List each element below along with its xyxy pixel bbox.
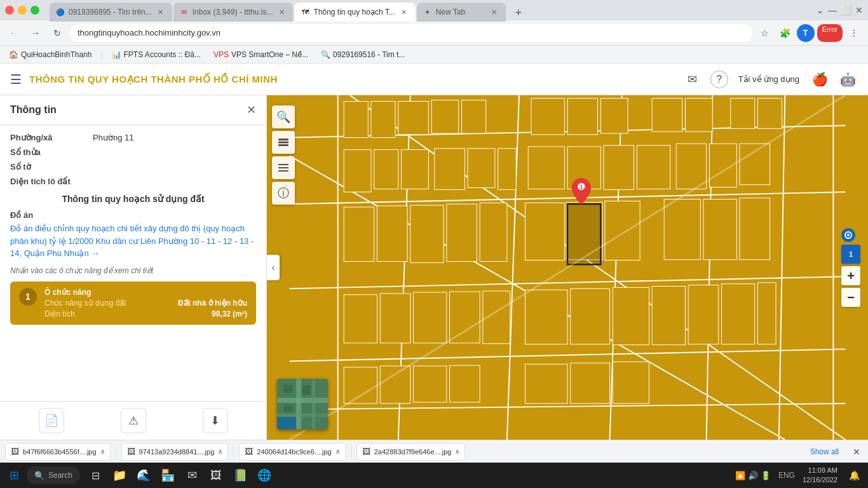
show-all-button[interactable]: Show all [804,445,845,459]
file-explorer-button[interactable]: 📁 [108,464,131,487]
download-icon-3: 🖼 [245,447,253,456]
report-button[interactable]: ⚠ [121,408,146,433]
apple-icon[interactable]: 🍎 [810,69,830,90]
profile-button[interactable]: T [797,24,815,42]
back-button[interactable]: ← [5,24,23,42]
title-bar: 🔵 0919396895 - Tim trên... ✕ ✉ Inbox (3,… [0,0,868,20]
mail-taskbar-button[interactable]: ✉ [180,464,203,487]
notification-button[interactable]: 🔔 [843,464,865,487]
tab-3[interactable]: 🗺 Thông tin quy hoạch T... ✕ [294,3,415,22]
forward-button[interactable]: → [27,24,44,42]
download-button[interactable]: ⬇ [203,408,228,433]
store-button[interactable]: 🏪 [156,464,179,487]
restore-window-button[interactable]: ⬜ [841,5,851,15]
map-tools: 🔍 ⓘ [272,105,295,205]
print-button[interactable]: 📄 [39,408,64,433]
download-arrow-4[interactable]: ∧ [455,448,459,455]
chrome-button[interactable]: 🌐 [253,464,276,487]
tab-2[interactable]: ✉ Inbox (3,949) - ttthu.ls... ✕ [173,3,294,22]
help-icon[interactable]: ? [710,71,728,88]
minimap[interactable] [277,379,328,430]
map-svg[interactable]: 1 [267,95,868,440]
zoom-out-button[interactable]: − [841,288,860,307]
close-window-button[interactable]: ✕ [855,5,863,15]
tab-close-4[interactable]: ✕ [489,7,499,17]
download-arrow-3[interactable]: ∧ [336,448,340,455]
download-arrow-1[interactable]: ∧ [100,448,105,455]
tab-close-1[interactable]: ✕ [156,7,166,17]
taskbar-search[interactable]: 🔍 Search [27,466,80,484]
maximize-button[interactable] [31,6,39,15]
reload-button[interactable]: ↻ [48,24,66,42]
edge-button[interactable]: 🌊 [132,464,155,487]
download-arrow-2[interactable]: ∧ [218,448,222,455]
list-view-button[interactable] [272,156,295,179]
mail-icon[interactable]: ✉ [682,69,703,90]
svg-rect-27 [567,98,598,135]
info-button[interactable]: ⓘ [272,182,295,205]
bookmark-3[interactable]: VPS VPS SmartOne – Nề... [210,49,312,60]
hamburger-menu[interactable]: ☰ [10,72,22,87]
tab-close-2[interactable]: ✕ [276,7,287,17]
task-view-button[interactable]: ⊟ [84,464,107,487]
bookmark-4[interactable]: 🔍 0929169516 - Tim t... [317,49,409,60]
download-item-4[interactable]: 🖼 2a42883d7f9e646e....jpg ∧ [356,443,466,461]
start-button[interactable]: ⊞ [3,464,25,487]
window-controls[interactable] [5,6,39,15]
bookmark-1[interactable]: 🏠 QuiHoachBinhThanh [5,49,95,60]
new-tab-button[interactable]: + [510,4,527,22]
downloads-bar: 🖼 b47f6f6663b4556f....jpg ∧ 🖼 97413a9234… [0,440,868,463]
bookmark-icon[interactable]: ☆ [756,24,774,42]
download-item-1[interactable]: 🖼 b47f6f6663b4556f....jpg ∧ [5,443,111,461]
excel-button[interactable]: 📗 [229,464,252,487]
separator-3 [351,445,351,458]
svg-rect-82 [296,379,301,430]
tab-close-3[interactable]: ✕ [399,7,409,17]
page-indicator[interactable]: 1 [841,245,860,264]
extensions-icon[interactable]: 🧩 [776,24,794,42]
zoom-in-button[interactable]: + [841,266,860,285]
panel-close-button[interactable]: ✕ [247,103,256,117]
field-value-phuong: Phường 11 [93,133,133,142]
android-icon[interactable]: 🤖 [837,69,858,90]
menu-icon[interactable]: ⋮ [845,24,863,42]
tab-favicon-2: ✉ [180,8,189,17]
tab-list-button[interactable]: ⌄ [817,5,824,15]
download-app-label[interactable]: Tải về ứng dụng [736,69,802,90]
network-icon[interactable]: 🔼 [735,471,745,480]
main-area: Thông tin ✕ Phường/xã Phường 11 Số thửa … [0,95,868,440]
collapse-panel-button[interactable]: ‹ [267,255,280,280]
svg-rect-84 [277,414,328,417]
taskbar-clock[interactable]: 11:09 AM 12/16/2022 [799,466,841,485]
error-badge[interactable]: Error [817,24,843,42]
bookmark-icon-3: VPS [214,50,229,59]
battery-icon[interactable]: 🔋 [761,471,771,480]
minimize-window-button[interactable]: — [828,5,837,15]
separator-1 [116,445,116,458]
bookmark-2[interactable]: 📊 FPTS Accounts :: Đă... [108,49,205,60]
bookmark-label-3: VPS SmartOne – Nề... [231,50,308,59]
download-item-2[interactable]: 🖼 97413a9234d8841....jpg ∧ [121,443,229,461]
close-downloads-bar-button[interactable]: ✕ [850,445,863,458]
map-area[interactable]: 🔍 ⓘ [267,95,868,440]
gps-button[interactable] [841,228,855,242]
svg-rect-30 [685,98,712,132]
function-card[interactable]: 1 Ô chức năng Chức năng sử dụng đất Đất … [10,281,256,325]
do-an-value[interactable]: Đồ án điều chỉnh quy hoạch chi tiết xây … [10,222,256,260]
svg-rect-45 [740,144,770,185]
tab-1[interactable]: 🔵 0919396895 - Tim trên... ✕ [50,3,172,22]
language-indicator[interactable]: ENG [778,471,795,480]
tab-4[interactable]: ✦ New Tab ✕ [417,3,506,22]
minimize-button[interactable] [18,6,27,15]
address-input[interactable] [70,24,752,42]
download-item-3[interactable]: 🖼 240064d14bc9ce6....jpg ∧ [239,443,345,461]
speakers-icon[interactable]: 🔊 [748,471,758,480]
close-button[interactable] [5,6,14,15]
svg-rect-22 [371,102,395,138]
svg-rect-49 [447,204,477,261]
svg-rect-73 [525,364,567,403]
do-an-arrow[interactable]: → [91,248,99,258]
layers-button[interactable] [272,131,295,154]
search-map-button[interactable]: 🔍 [272,105,295,128]
photos-button[interactable]: 🖼 [205,464,227,487]
